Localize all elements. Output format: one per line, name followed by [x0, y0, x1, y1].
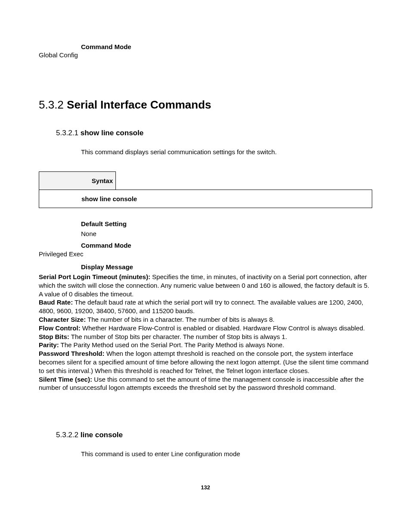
display-item-silent-time: Silent Time (sec): Use this command to s…: [39, 375, 372, 392]
default-setting-block: Default Setting None Command Mode: [81, 220, 372, 249]
syntax-table: Syntax show line console: [39, 171, 372, 208]
display-item-baud-rate: Baud Rate: The default baud rate at whic…: [39, 298, 372, 315]
page-content: Command Mode Global Config 5.3.2 Serial …: [0, 0, 411, 516]
subsection-1-intro: This command displays serial communicati…: [81, 148, 372, 156]
section-title: Serial Interface Commands: [67, 98, 211, 111]
subsection-1-number: 5.3.2.1: [56, 129, 78, 137]
display-item-stop-bits: Stop Bits: The number of Stop bits per c…: [39, 333, 372, 341]
default-setting-value: None: [81, 230, 372, 237]
default-setting-label: Default Setting: [81, 220, 372, 227]
subsection-1-title: show line console: [81, 129, 143, 137]
display-item-character-size: Character Size: The number of bits in a …: [39, 315, 372, 324]
command-mode-heading: Command Mode: [81, 43, 131, 50]
display-item-flow-control: Flow Control: Whether Hardware Flow-Cont…: [39, 324, 372, 333]
display-message-label: Display Message: [81, 263, 133, 271]
syntax-label-cell: Syntax: [39, 172, 116, 190]
subsection-2-intro: This command is used to enter Line confi…: [81, 450, 372, 458]
display-item-serial-port: Serial Port Login Timeout (minutes): Spe…: [39, 273, 372, 298]
command-mode-label: Command Mode: [81, 242, 372, 249]
top-command-mode-value: Global Config: [39, 51, 372, 59]
subsection-1-heading: 5.3.2.1 show line console: [56, 129, 372, 137]
section-number: 5.3.2: [39, 98, 64, 111]
subsection-2-heading: 5.3.2.2 line console: [56, 431, 372, 439]
display-item-parity: Parity: The Parity Method used on the Se…: [39, 341, 372, 349]
page-number: 132: [39, 484, 372, 491]
display-message-label-wrap: Display Message: [81, 263, 372, 271]
display-item-password-threshold: Password Threshold: When the logon attem…: [39, 349, 372, 375]
section-heading: 5.3.2 Serial Interface Commands: [39, 98, 372, 112]
subsection-2-title: line console: [81, 431, 123, 439]
command-mode-value: Privileged Exec: [39, 250, 372, 258]
syntax-body-cell: show line console: [39, 190, 372, 208]
subsection-2-number: 5.3.2.2: [56, 431, 78, 439]
top-command-mode-label: Command Mode: [81, 43, 372, 51]
display-message-body: Serial Port Login Timeout (minutes): Spe…: [39, 273, 372, 392]
syntax-spacer-cell: [116, 172, 372, 190]
